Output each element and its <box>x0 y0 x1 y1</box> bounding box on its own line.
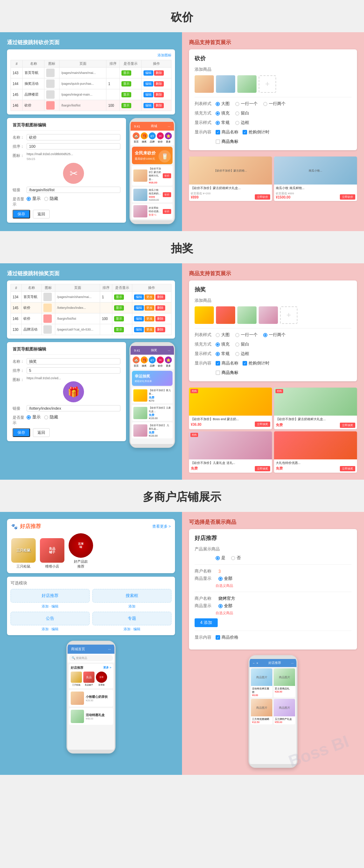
merchant1-all[interactable]: 全部 <box>218 576 232 582</box>
store-liangpin: 良品铺子 维维小店 <box>40 538 64 569</box>
show-product-row: 是 否 <box>195 555 351 561</box>
display-row-choujiang: 显示样式 常规 边框 <box>195 351 351 357</box>
save-btn-choujiang[interactable]: 保存 <box>13 428 30 437</box>
add-store-link[interactable]: 添加 <box>42 604 49 608</box>
save-btn-shandai[interactable]: 保存 <box>13 210 30 218</box>
table-row: 145 品牌楼层 /pages/integral-main... 显示 编辑 删… <box>11 89 172 100</box>
store-list-item-2: 活动特惠礼盒 ¥48.00 <box>69 708 113 725</box>
show-no[interactable]: 否 <box>231 555 241 561</box>
style-two[interactable]: 一行两个 <box>263 101 286 107</box>
radio-hide[interactable]: 隐藏 <box>44 196 58 202</box>
cb-name[interactable]: ✓ 商品名称 <box>216 129 238 135</box>
style-one-c[interactable]: 一行一个 <box>235 332 258 338</box>
cb-name-c[interactable]: ✓ 商品名称 <box>216 360 238 366</box>
display-normal-c[interactable]: 常规 <box>216 351 230 357</box>
add-product-btn[interactable]: + <box>259 75 276 93</box>
cb-countdown-c[interactable]: ✓ 抢购倒计时 <box>243 360 270 366</box>
display-normal[interactable]: 常规 <box>216 120 230 126</box>
fill-fill[interactable]: 填充 <box>216 110 230 116</box>
store-header: 🐾 好店推荐 查看更多 > <box>11 523 171 530</box>
choujiang-right: 商品支持首页展示 抽奖 添加商品 + 列表样式 <box>182 263 364 480</box>
custom-products-link-1[interactable]: 自选义商品 <box>216 584 233 588</box>
style-two-c[interactable]: 一行两个 <box>263 332 286 338</box>
shandai-row: 通过链接跳转砍价页面 添加图标 # 名称 图标 页面 排序 是否显示 <box>0 32 364 231</box>
edit-form-choujiang: 首页导航图标编辑 名称： 排序： 图标： <box>7 342 126 441</box>
store-header-link[interactable]: 查看更多 > <box>152 524 171 529</box>
edit-notice-link[interactable]: 编辑 <box>51 627 58 631</box>
style-large-c[interactable]: 大图 <box>216 332 230 338</box>
style-large[interactable]: 大图 <box>216 101 230 107</box>
admin-table-panel-shandai: 添加图标 # 名称 图标 页面 排序 是否显示 操作 <box>7 49 175 114</box>
radio-show[interactable]: 显示 <box>27 196 41 202</box>
cb-badge-c[interactable]: 商品角标 <box>216 370 351 376</box>
phone-mockup-choujiang: 9:41 抽奖 ··· 🏠 首页 🎁 <box>130 342 175 448</box>
cancel-btn-choujiang[interactable]: 返回 <box>33 428 50 437</box>
right-panel-title-choujiang: 抽奖 <box>195 286 351 293</box>
add-search-link[interactable]: 添加 <box>128 604 135 608</box>
lottery-thumb-4 <box>259 306 278 324</box>
section-shandai: 砍价 通过链接跳转砍价页面 添加图标 # 名称 图标 页面 排序 <box>0 0 364 231</box>
nav-table-shandai: # 名称 图标 页面 排序 是否显示 操作 143 首页导航 <box>10 60 172 111</box>
right-panel-title-stores: 好店推荐 <box>195 535 351 542</box>
radio-show-choujiang[interactable]: 显示 <box>27 414 41 420</box>
lottery-thumb-2 <box>216 306 235 324</box>
table-row: 145 砍价 /lottery/index/index... 显示 编辑 更改 … <box>11 303 172 313</box>
section-title-shandai: 砍价 <box>0 0 364 32</box>
style-one[interactable]: 一行一个 <box>235 101 258 107</box>
right-panel-title-shandai: 砍价 <box>195 55 351 62</box>
lottery-thumb-3 <box>237 306 257 324</box>
cancel-btn-shandai[interactable]: 返回 <box>33 210 50 218</box>
input-sort-choujiang[interactable] <box>27 367 120 374</box>
module-notice-box: 公告 <box>10 612 90 625</box>
cb-countdown[interactable]: ✓ 抢购倒计时 <box>243 129 270 135</box>
table-row: 146 砍价 /bargin/list/list 100 显示 编辑 删除 <box>11 100 172 111</box>
lottery-card-1: 抢购 【砍价不加价】Boss end 蒙古奶... ¥36.80 立即抽奖 <box>189 388 272 429</box>
edit-topic-link[interactable]: 编辑 <box>133 627 140 631</box>
display-row: 显示样式 常规 边框 <box>195 120 351 126</box>
phone-mockup-stores: 商城首页 ··· 🔍 搜索商品 好店推荐 更多 > <box>66 641 115 754</box>
input-link-shandai[interactable] <box>27 187 120 193</box>
edit-store-link[interactable]: 编辑 <box>51 604 58 608</box>
product-preview-grid-shandai: 【砍价不加价】蒙古奶格... 【砍价不加价】蒙古奶格鲜大礼盒... 砍至最低 ¥… <box>189 154 357 201</box>
add-link-shandai[interactable]: 添加图标 <box>158 53 172 58</box>
section-title-choujiang: 抽奖 <box>0 231 364 263</box>
add-lottery-product-btn[interactable]: + <box>280 306 298 324</box>
input-name-shandai[interactable] <box>27 134 120 140</box>
fill-fill-c[interactable]: 填充 <box>216 341 230 347</box>
form-label-show: 是否显示 <box>13 196 27 207</box>
lottery-thumb-1 <box>195 306 214 324</box>
section-choujiang: 抽奖 通过链接跳转抽奖页面 # 名称 图标 页面 排序 是否显示 操作 <box>0 231 364 480</box>
right-content-shandai: 砍价 添加商品 + 列表样式 大图 <box>189 49 357 150</box>
display-border[interactable]: 边框 <box>235 120 249 126</box>
right-subtitle-stores: 可选择是否展示商品 <box>189 519 236 526</box>
radio-hide-choujiang[interactable]: 隐藏 <box>44 414 58 420</box>
fill-blank-c[interactable]: 留白 <box>235 341 249 347</box>
edit-form-title-shandai: 首页导航图标编辑 <box>13 122 120 131</box>
store-logos-row: 三只松鼠 三只松鼠 良品铺子 维维小店 百草味 好产品 <box>11 533 171 569</box>
fill-blank[interactable]: 留白 <box>235 110 249 116</box>
add-merchant-btn[interactable]: 4 添加 <box>195 618 218 627</box>
lottery-product-preview: 抢购 【砍价不加价】Boss end 蒙古奶... ¥36.80 立即抽奖 抢购 <box>189 385 357 473</box>
add-topic-link[interactable]: 添加 <box>124 627 131 631</box>
add-notice-link[interactable]: 添加 <box>42 627 49 631</box>
input-link-choujiang[interactable] <box>27 405 120 411</box>
table-row: 144 抽奖活动 /pages/quick-purchas... 1 显示 编辑… <box>11 78 172 89</box>
show-yes[interactable]: 是 <box>216 555 225 561</box>
cb-badge[interactable]: 商品角标 <box>216 139 351 145</box>
cb-price-stores[interactable]: ✓ 商品价格 <box>216 634 238 640</box>
store-list-item-1: 小牧暖心奶茶饮 ¥29.90 <box>69 690 113 707</box>
shandai-left: 通过链接跳转砍价页面 添加图标 # 名称 图标 页面 排序 是否显示 <box>0 32 182 231</box>
table-row: 134 首页导航 /pages/main/share/mai... 1 显示 编… <box>11 292 172 303</box>
stores-row: 🐾 好店推荐 查看更多 > 三只松鼠 三只松鼠 良品铺子 <box>0 512 364 775</box>
table-row: 143 首页导航 /pages/main/share/mai... 显示 编辑 … <box>11 68 172 78</box>
col-icon: 图标 <box>44 60 59 68</box>
table-row: 130 品牌活动 /pages/cat/r?cat_id=530... 显示 编… <box>11 324 172 335</box>
input-sort-shandai[interactable] <box>27 143 120 150</box>
fill-row: 填充方式 填充 留白 <box>195 110 351 116</box>
section-stores: 多商户店铺展示 🐾 好店推荐 查看更多 > 三只松鼠 三只松鼠 <box>0 480 364 775</box>
display-border-c[interactable]: 边框 <box>235 351 249 357</box>
custom-products-link-2[interactable]: 自选义商品 <box>216 611 233 615</box>
merchant2-all[interactable]: 全部 <box>218 603 232 609</box>
input-name-choujiang[interactable] <box>27 358 120 364</box>
form-label-icon: 图标： <box>13 152 27 158</box>
